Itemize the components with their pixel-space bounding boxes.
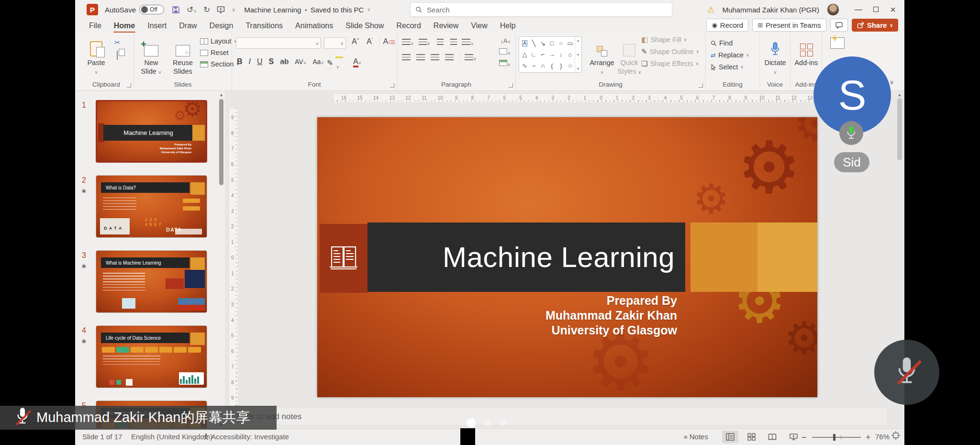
shape-icon[interactable]: △: [523, 51, 527, 58]
tab-design[interactable]: Design: [203, 20, 240, 32]
reuse-slides-button[interactable]: Reuse Slides: [167, 36, 198, 76]
autosave-control[interactable]: AutoSave Off: [105, 5, 164, 14]
new-slide-button[interactable]: New Slide ∨: [136, 36, 167, 77]
tab-transitions[interactable]: Transitions: [239, 20, 289, 32]
increase-indent-button[interactable]: [448, 38, 457, 46]
slideshow-view-button[interactable]: [785, 431, 802, 443]
font-dialog-launcher[interactable]: [390, 83, 394, 88]
shape-gallery[interactable]: A ╲ ↘ □ ○ ▭ △ ∟ ⌐ → ↓ ⌂ ∿ ~ ∩ { }: [519, 36, 582, 73]
thumbnail-scrollbar[interactable]: ▲ ▼: [219, 92, 224, 427]
save-icon[interactable]: [172, 6, 180, 14]
account-avatar[interactable]: [827, 3, 839, 16]
arrange-button[interactable]: Arrange∨: [587, 36, 617, 77]
scroll-up-icon[interactable]: ▲: [897, 92, 902, 97]
shape-gallery-scroll[interactable]: ▴▾▾: [575, 37, 581, 72]
align-right-button[interactable]: [431, 54, 439, 62]
tab-slide-show[interactable]: Slide Show: [339, 20, 390, 32]
slide-4-thumbnail[interactable]: Life cycle of Data Science: [96, 325, 207, 388]
replace-button[interactable]: ⇄Replace∨: [711, 51, 749, 59]
account-name[interactable]: Muhammad Zakir Khan (PGR): [722, 6, 819, 14]
text-shadow-button[interactable]: S: [269, 57, 274, 66]
shape-icon[interactable]: {: [551, 62, 553, 69]
bold-button[interactable]: B: [237, 57, 243, 66]
shape-icon[interactable]: ↓: [559, 51, 563, 58]
comments-button[interactable]: [830, 19, 848, 32]
shape-icon[interactable]: ↘: [540, 40, 546, 47]
change-case-button[interactable]: Aa∨: [312, 58, 324, 66]
language-indicator[interactable]: English (United Kingdom): [131, 433, 212, 441]
notes-toggle-button[interactable]: ≡ Notes: [684, 433, 708, 441]
reading-view-button[interactable]: [764, 431, 780, 443]
numbering-button[interactable]: ∨: [419, 38, 431, 46]
text-direction-button[interactable]: ↓A∨: [500, 36, 511, 44]
decrease-font-size-button[interactable]: Aˇ: [365, 37, 375, 46]
tab-home[interactable]: Home: [108, 20, 141, 32]
bullets-button[interactable]: ∨: [402, 38, 414, 46]
strikethrough-button[interactable]: ab: [280, 57, 289, 66]
shape-icon[interactable]: ▭: [567, 40, 573, 47]
zoom-in-button[interactable]: +: [866, 433, 871, 443]
select-button[interactable]: Select∨: [711, 63, 749, 71]
tab-help[interactable]: Help: [494, 20, 522, 32]
shape-icon[interactable]: ~: [532, 62, 536, 69]
mute-button[interactable]: [874, 340, 939, 405]
drawing-dialog-launcher[interactable]: [699, 83, 703, 88]
slide-canvas[interactable]: ⚙ ⚙ ⚙ ⚙ ⚙ ⚙ Machine Learning: [317, 117, 817, 397]
font-color-button[interactable]: A∨: [353, 57, 361, 66]
align-center-button[interactable]: [416, 54, 425, 62]
columns-button[interactable]: ∨: [459, 54, 477, 62]
shape-icon[interactable]: ○: [559, 40, 563, 47]
accessibility-status[interactable]: Accessibility: Investigate: [202, 433, 289, 441]
addins-button[interactable]: Add-ins: [791, 36, 822, 67]
shape-icon[interactable]: ☆: [568, 62, 573, 69]
slide-sorter-view-button[interactable]: [743, 431, 759, 443]
search-box[interactable]: [410, 2, 672, 17]
font-name-combo[interactable]: ∨: [236, 37, 321, 49]
horizontal-ruler[interactable]: 1615141312111098765432101234567891011121…: [333, 93, 869, 103]
slide-thumbnail-panel[interactable]: 1 ⚙ ⚙ Machine Learning Prepared By Muham…: [75, 91, 225, 428]
zoom-level[interactable]: 76%: [875, 433, 890, 441]
close-button[interactable]: ×: [888, 4, 898, 15]
highlight-color-button[interactable]: ✎∨: [330, 53, 347, 70]
shape-outline-button[interactable]: ✎Shape Outline∨: [641, 47, 699, 56]
italic-button[interactable]: I: [249, 57, 251, 66]
undo-icon[interactable]: ↺∨: [187, 5, 197, 15]
tab-file[interactable]: File: [83, 20, 108, 32]
underline-button[interactable]: U: [257, 57, 263, 66]
zoom-out-button[interactable]: −: [802, 433, 807, 443]
restore-button[interactable]: [871, 5, 880, 14]
shape-icon[interactable]: ∿: [522, 62, 527, 69]
tab-animations[interactable]: Animations: [289, 20, 339, 32]
increase-font-size-button[interactable]: A^: [350, 37, 361, 46]
shape-icon[interactable]: ╲: [532, 40, 536, 47]
find-button[interactable]: Find: [711, 39, 749, 47]
zoom-slider[interactable]: [812, 437, 861, 438]
carousel-dots[interactable]: [467, 418, 506, 427]
tab-record[interactable]: Record: [390, 20, 427, 32]
dictate-button[interactable]: Dictate∨: [760, 36, 791, 77]
document-title[interactable]: Machine Learning • Saved to this PC ∨: [244, 6, 370, 14]
line-spacing-button[interactable]: ∨: [462, 38, 474, 46]
slide-indicator[interactable]: Slide 1 of 17: [82, 433, 122, 441]
slide-byline[interactable]: Prepared By Muhammad Zakir Khan Universi…: [546, 293, 677, 338]
tab-view[interactable]: View: [465, 20, 493, 32]
fit-slide-button[interactable]: [891, 431, 900, 441]
clipboard-dialog-launcher[interactable]: [127, 83, 131, 88]
slide-1-thumbnail[interactable]: ⚙ ⚙ Machine Learning Prepared By Muhamma…: [96, 100, 207, 163]
shape-icon[interactable]: ∟: [531, 51, 537, 58]
shape-icon[interactable]: ⌂: [568, 51, 572, 58]
cut-button[interactable]: ✂: [114, 38, 121, 47]
shape-icon[interactable]: A: [522, 40, 527, 46]
shape-effects-button[interactable]: ❏Shape Effects∨: [641, 59, 699, 68]
powerpoint-logo-icon[interactable]: P: [87, 4, 98, 15]
shape-fill-button[interactable]: ◧Shape Fill∨: [641, 35, 699, 44]
slide-3-thumbnail[interactable]: What is Machine Learning: [96, 250, 207, 313]
collapse-ribbon-icon[interactable]: ∨: [890, 79, 894, 86]
notes-pane[interactable]: Click to add notes: [230, 408, 888, 425]
clear-formatting-button[interactable]: A⌫: [379, 37, 397, 46]
record-button[interactable]: ◉Record: [706, 19, 748, 32]
qat-overflow-icon[interactable]: ∨: [232, 7, 235, 13]
title-chevron-down-icon[interactable]: ∨: [367, 7, 370, 12]
shape-icon[interactable]: □: [550, 40, 554, 47]
tab-draw[interactable]: Draw: [173, 20, 203, 32]
